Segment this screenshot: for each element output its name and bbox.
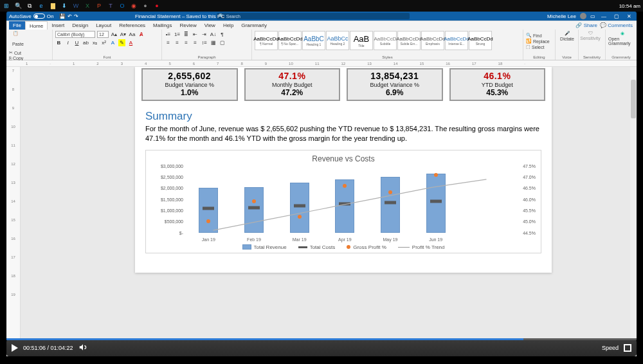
spotify-icon[interactable]: ●	[141, 2, 149, 10]
underline-button[interactable]: U	[73, 39, 80, 46]
close-button[interactable]: ✕	[625, 14, 634, 19]
align-left-button[interactable]: ≡	[165, 39, 172, 46]
style-4[interactable]: AaBTitle	[350, 31, 373, 50]
undo-icon[interactable]: ↶	[68, 14, 72, 19]
show-marks-button[interactable]: ¶	[219, 31, 226, 38]
word-icon[interactable]: W	[72, 2, 80, 10]
borders-button[interactable]: ▢	[219, 39, 226, 46]
vertical-scrollbar[interactable]	[630, 67, 637, 340]
indent-dec-button[interactable]: ⇤	[192, 31, 199, 38]
play-button[interactable]	[12, 344, 18, 352]
sort-button[interactable]: A↓	[210, 31, 217, 38]
maximize-button[interactable]: ▢	[612, 14, 621, 19]
search-icon[interactable]: 🔍	[14, 2, 22, 10]
align-center-button[interactable]: ≡	[174, 39, 181, 46]
dictate-button[interactable]: 🎤 Dictate	[558, 31, 576, 41]
strike-button[interactable]: ab	[82, 39, 89, 46]
tab-design[interactable]: Design	[68, 21, 92, 30]
superscript-button[interactable]: x²	[100, 39, 107, 46]
grammarly-button[interactable]: ◉ Open Grammarly	[608, 31, 637, 46]
cut-button[interactable]: ✂Cut	[9, 50, 44, 55]
bullets-button[interactable]: •≡	[165, 31, 172, 38]
font-color-button[interactable]: A	[127, 39, 134, 46]
ribbon-options-icon[interactable]: ▭	[590, 14, 595, 19]
redo-icon[interactable]: ↷	[74, 14, 78, 19]
line-spacing-button[interactable]: ↕≡	[201, 39, 208, 46]
style-8[interactable]: AaBbCcDdIntense E...	[445, 31, 468, 50]
save-icon[interactable]: 💾	[59, 14, 66, 19]
highlight-button[interactable]: ✎	[118, 39, 125, 46]
styles-gallery[interactable]: AaBbCcDd¶ NormalAaBbCcDd¶ No Spac...AaBb…	[255, 31, 520, 50]
text-effects-button[interactable]: A	[109, 39, 116, 46]
align-right-button[interactable]: ≡	[183, 39, 190, 46]
teams-icon[interactable]: T	[107, 2, 114, 10]
video-progress-bar[interactable]	[6, 338, 637, 340]
style-2[interactable]: AaBbCHeading 1	[302, 31, 325, 50]
vertical-ruler[interactable]: 78910111213141516171819	[6, 67, 21, 340]
bold-button[interactable]: B	[55, 39, 62, 46]
minimize-button[interactable]: —	[599, 14, 608, 19]
volume-button[interactable]	[78, 343, 87, 353]
subscript-button[interactable]: x₂	[91, 39, 98, 46]
justify-button[interactable]: ≡	[192, 39, 199, 46]
tab-insert[interactable]: Insert	[48, 21, 68, 30]
outlook-icon[interactable]: O	[118, 2, 126, 10]
user-avatar-icon[interactable]	[580, 13, 586, 19]
style-9[interactable]: AaBbCcDdStrong	[469, 31, 492, 50]
grow-font-button[interactable]: A▴	[111, 31, 118, 38]
chrome-icon[interactable]: ◉	[130, 2, 138, 10]
chart-container[interactable]: Revenue vs Costs $-$500,000$1,000,000$1,…	[145, 150, 541, 253]
start-icon[interactable]: ⊞	[3, 2, 10, 10]
font-name-select[interactable]: Calibri (Body)	[55, 31, 95, 38]
scrollbar-thumb[interactable]	[631, 80, 636, 118]
tab-help[interactable]: Help	[219, 21, 237, 30]
tab-view[interactable]: View	[201, 21, 219, 30]
indent-inc-button[interactable]: ⇥	[201, 31, 208, 38]
store-icon[interactable]: ⬇	[60, 2, 68, 10]
style-3[interactable]: AaBbCcHeading 2	[326, 31, 349, 50]
italic-button[interactable]: I	[64, 39, 71, 46]
ppt-icon[interactable]: P	[95, 2, 103, 10]
taskview-icon[interactable]: ⧉	[26, 2, 33, 10]
change-case-button[interactable]: Aa	[129, 31, 136, 38]
toggle-switch-icon[interactable]	[33, 14, 45, 19]
style-7[interactable]: AaBbCcDdEmphasis	[421, 31, 444, 50]
kpi-row: 2,655,602Budget Variance %1.0%47.1%Month…	[135, 68, 552, 101]
numbering-button[interactable]: 1≡	[174, 31, 181, 38]
speed-button[interactable]: Speed	[602, 345, 619, 351]
multilevel-button[interactable]: ≣	[183, 31, 190, 38]
tab-review[interactable]: Review	[176, 21, 200, 30]
replace-button[interactable]: 🔁Replace	[526, 39, 552, 44]
fullscreen-button[interactable]	[624, 344, 631, 352]
tab-grammarly[interactable]: Grammarly	[237, 21, 271, 30]
font-size-select[interactable]: 12	[97, 31, 109, 38]
copy-button[interactable]: ⎘Copy	[9, 56, 44, 60]
shrink-font-button[interactable]: A▾	[120, 31, 127, 38]
edge-icon[interactable]: e	[37, 2, 45, 10]
autosave-toggle[interactable]: AutoSave On 💾 ↶ ↷	[9, 14, 78, 19]
find-button[interactable]: 🔍Find	[526, 33, 552, 38]
tab-mailings[interactable]: Mailings	[149, 21, 176, 30]
explorer-icon[interactable]: ▇	[49, 2, 57, 10]
sensitivity-button[interactable]: 🛡 Sensitivity	[581, 31, 599, 41]
tab-file[interactable]: File	[9, 21, 25, 30]
tab-references[interactable]: References	[115, 21, 149, 30]
tab-home[interactable]: Home	[25, 21, 48, 30]
horizontal-ruler[interactable]: 1·123456789101112131415161718·	[6, 60, 637, 67]
record-icon[interactable]: ●	[153, 2, 161, 10]
style-5[interactable]: AaBbCcDSubtitle	[374, 31, 397, 50]
style-6[interactable]: AaBbCcDdSubtle Em...	[397, 31, 421, 50]
paste-button[interactable]: 📋 Paste	[9, 31, 27, 46]
style-1[interactable]: AaBbCcDd¶ No Spac...	[278, 31, 302, 50]
shading-button[interactable]: ▦	[210, 39, 217, 46]
select-button[interactable]: ⬚Select	[526, 44, 552, 50]
user-name[interactable]: Michelle Lee	[547, 14, 576, 19]
clear-format-button[interactable]: A̷	[138, 31, 145, 38]
tab-layout[interactable]: Layout	[92, 21, 115, 30]
y2-tick: 46.0%	[523, 197, 536, 201]
style-0[interactable]: AaBbCcDd¶ Normal	[255, 31, 278, 50]
excel-icon[interactable]: X	[84, 2, 91, 10]
comments-button[interactable]: 💬 Comments	[600, 23, 633, 28]
titlebar-search[interactable]: 🔍 Search	[217, 13, 410, 19]
share-button[interactable]: 🔗 Share	[575, 23, 597, 28]
